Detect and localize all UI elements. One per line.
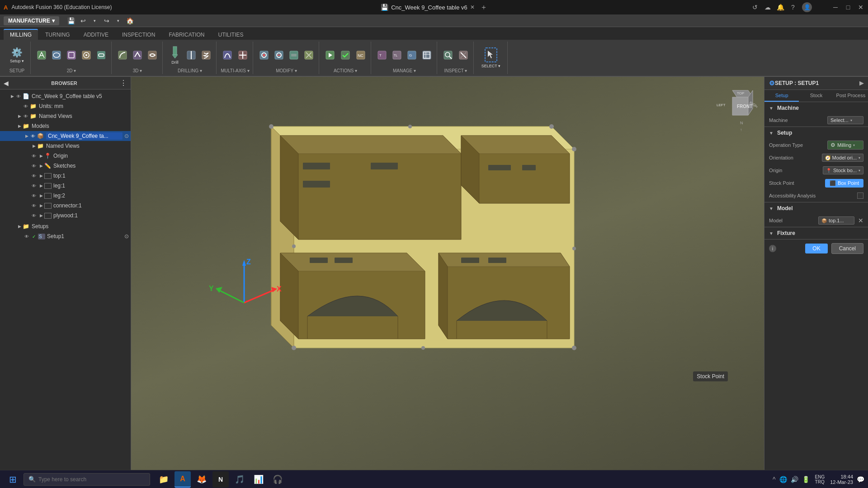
coffee-table-eye[interactable]: 👁 <box>30 133 36 139</box>
post-btn[interactable]: NC <box>354 50 368 61</box>
mod4-btn[interactable] <box>302 50 316 61</box>
systray-network[interactable]: 🌐 <box>779 476 787 483</box>
browser-options-icon[interactable]: ⋮ <box>120 79 127 87</box>
model-section-header[interactable]: ▼ Model <box>764 202 868 214</box>
machine-section-header[interactable]: ▼ Machine <box>764 102 868 114</box>
setup-btn[interactable]: ⚙️ Setup ▾ <box>7 44 27 66</box>
mod3-btn[interactable] <box>287 50 301 61</box>
add-tab-icon[interactable]: ＋ <box>480 3 487 12</box>
cancel-btn[interactable]: Cancel <box>831 243 863 254</box>
systray-sound[interactable]: 🔊 <box>791 476 798 483</box>
named-views-arrow[interactable]: ▶ <box>16 114 23 118</box>
tree-item-named-views2[interactable]: ▶ 📁 Named Views <box>0 141 131 151</box>
tree-item-origin[interactable]: 👁 ▶ 📍 Origin <box>0 151 131 161</box>
leg2-eye[interactable]: 👁 <box>31 192 37 199</box>
3d-pocket-btn[interactable] <box>145 50 160 61</box>
systray-chevron[interactable]: ^ <box>773 476 776 483</box>
tree-item-sketches[interactable]: 👁 ▶ ✏️ Sketches <box>0 161 131 171</box>
maximize-btn[interactable]: □ <box>844 4 852 11</box>
save-icon[interactable]: 💾 <box>66 16 76 26</box>
start-btn[interactable]: ⊞ <box>4 472 22 487</box>
info-icon[interactable]: i <box>769 245 776 252</box>
tree-item-setup1[interactable]: 👁 ✓ S Setup1 ⊙ <box>0 231 131 241</box>
undo-arrow[interactable]: ▾ <box>90 16 100 26</box>
user-avatar[interactable]: 👤 <box>802 2 812 12</box>
multi1-btn[interactable] <box>220 50 235 61</box>
coffee-table-target-icon[interactable]: ⊙ <box>124 133 129 139</box>
named-views2-arrow[interactable]: ▶ <box>31 144 37 148</box>
manufacture-btn[interactable]: MANUFACTURE ▾ <box>4 16 59 25</box>
browser-collapse-icon[interactable]: ◀ <box>4 80 9 87</box>
origin-eye[interactable]: 👁 <box>31 153 37 159</box>
tree-item-plywood1[interactable]: 👁 ▶ plywood:1 <box>0 211 131 221</box>
ok-btn[interactable]: OK <box>805 244 827 253</box>
top1-eye[interactable]: 👁 <box>31 173 37 179</box>
model-remove-btn[interactable]: ✕ <box>858 217 863 224</box>
tab-additive[interactable]: ADDITIVE <box>77 30 115 40</box>
tab-inspection[interactable]: INSPECTION <box>116 30 161 40</box>
manage4-btn[interactable] <box>420 50 434 61</box>
tree-item-root[interactable]: ▶ 👁 📄 Cnc_Week 9_Coffee table v5 <box>0 91 131 101</box>
taskbar-app-notion[interactable]: N <box>212 471 229 488</box>
panel-expand-arrow[interactable]: ▶ <box>859 80 863 86</box>
models-arrow[interactable]: ▶ <box>16 124 23 128</box>
taskbar-app-spotify[interactable]: 🎵 <box>231 471 248 488</box>
taskbar-app-firefox[interactable]: 🦊 <box>193 471 210 488</box>
orientation-select[interactable]: 🧭 Model ori... ▾ <box>822 154 863 162</box>
tab-turning[interactable]: TURNING <box>39 30 76 40</box>
3d-adaptive-btn[interactable] <box>115 50 130 61</box>
model-select[interactable]: 📦 top.1... <box>818 216 854 225</box>
stock-point-btn[interactable]: ⬛ Box Point <box>825 179 863 188</box>
sketches-arrow[interactable]: ▶ <box>38 164 44 168</box>
root-eye[interactable]: 👁 <box>15 93 22 99</box>
leg1-eye[interactable]: 👁 <box>31 183 37 189</box>
tree-item-named-views[interactable]: ▶ 👁 📁 Named Views <box>0 111 131 121</box>
leg2-arrow[interactable]: ▶ <box>38 193 44 198</box>
coffee-table-arrow[interactable]: ▶ <box>24 134 30 138</box>
connector1-eye[interactable]: 👁 <box>31 202 37 209</box>
verify-btn[interactable] <box>338 50 353 61</box>
inspect2-btn[interactable] <box>456 50 471 61</box>
2d-slot-btn[interactable] <box>94 50 108 61</box>
root-arrow[interactable]: ▶ <box>9 94 15 99</box>
tree-item-leg1[interactable]: 👁 ▶ leg:1 <box>0 181 131 191</box>
thread-btn[interactable] <box>199 50 213 61</box>
minimize-btn[interactable]: ─ <box>832 4 839 11</box>
tree-item-leg2[interactable]: 👁 ▶ leg:2 <box>0 191 131 201</box>
mod2-btn[interactable] <box>272 50 286 61</box>
boring-btn[interactable] <box>184 50 198 61</box>
systray-clock[interactable]: 18:44 12-Mar-23 <box>830 474 853 485</box>
viewcube-container[interactable]: FRONT TOP RIGHT LEFT N ↑ <box>708 84 757 135</box>
systray-notification[interactable]: 💬 <box>857 476 864 483</box>
drill-btn[interactable]: Drill <box>166 44 184 66</box>
mod1-btn[interactable] <box>257 50 271 61</box>
select-btn[interactable]: SELECT ▾ <box>477 46 505 69</box>
setup1-eye[interactable]: 👁 <box>24 233 30 239</box>
taskbar-app-fusion[interactable]: A <box>175 471 191 488</box>
2d-adaptive-btn[interactable] <box>34 50 49 61</box>
origin-select[interactable]: 📍 Stock bo... ▾ <box>823 166 863 174</box>
tab-utilities[interactable]: UTILITIES <box>212 30 250 40</box>
machine-select[interactable]: Select... ▾ <box>827 116 863 124</box>
cloud-icon[interactable]: ☁ <box>764 4 771 11</box>
notification-icon[interactable]: 🔔 <box>777 4 784 11</box>
tree-item-setups[interactable]: ▶ 📁 Setups <box>0 221 131 231</box>
plywood1-eye[interactable]: 👁 <box>31 212 37 219</box>
leg1-arrow[interactable]: ▶ <box>38 183 44 188</box>
home-icon[interactable]: 🏠 <box>125 16 135 26</box>
3d-contour-btn[interactable] <box>130 50 145 61</box>
sketches-eye[interactable]: 👁 <box>31 163 37 169</box>
tree-item-units[interactable]: 👁 📁 Units: mm <box>0 101 131 111</box>
refresh-icon[interactable]: ↺ <box>751 4 759 11</box>
units-eye[interactable]: 👁 <box>23 103 29 109</box>
tab-stock[interactable]: Stock <box>799 90 833 102</box>
close-file-icon[interactable]: ✕ <box>470 4 475 10</box>
2d-pocket-btn[interactable] <box>64 50 79 61</box>
redo-arrow[interactable]: ▾ <box>113 16 123 26</box>
help-icon[interactable]: ? <box>789 4 797 11</box>
setup1-target[interactable]: ⊙ <box>124 233 129 239</box>
setup1-check[interactable]: ✓ <box>31 233 37 239</box>
tree-item-connector1[interactable]: 👁 ▶ connector:1 <box>0 201 131 211</box>
setups-arrow[interactable]: ▶ <box>16 224 23 229</box>
viewport[interactable]: Z X Y Stock Point <box>131 77 764 472</box>
